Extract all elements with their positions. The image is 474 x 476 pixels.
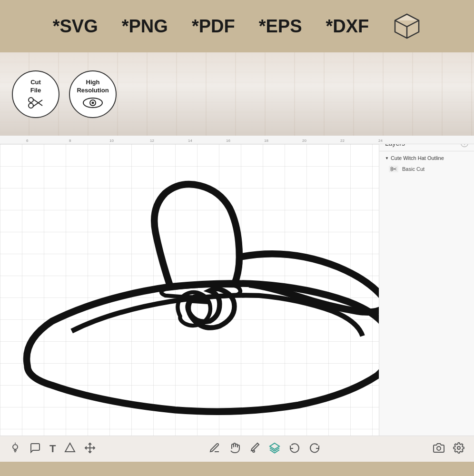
chevron-icon: ▼ (385, 156, 389, 160)
settings-icon[interactable] (453, 442, 464, 456)
svg-point-13 (13, 445, 18, 449)
ruler-tick-14: 14 (188, 139, 192, 143)
ruler-tick-8: 8 (69, 139, 71, 143)
ruler-tick-16: 16 (226, 139, 230, 143)
svg-marker-15 (65, 443, 75, 452)
ruler-tick-22: 22 (340, 139, 345, 143)
high-resolution-badge: HighResolution (69, 70, 117, 118)
3d-box-icon (393, 12, 421, 40)
format-pdf: *PDF (192, 16, 235, 37)
svg-point-9 (391, 167, 393, 169)
layers-icon[interactable] (269, 442, 280, 456)
layer-group: ▼ Cute Witch Hat Outline Basic Cut (379, 151, 474, 178)
svg-point-10 (391, 169, 393, 171)
bottom-toolbar: T (0, 436, 474, 462)
layer-item[interactable]: Basic Cut (385, 164, 468, 174)
ruler: 6 8 10 12 14 16 18 20 22 24 (0, 136, 474, 144)
layer-item-name: Basic Cut (402, 166, 425, 172)
layer-group-name: Cute Witch Hat Outline (391, 155, 444, 161)
bulb-icon[interactable] (10, 442, 21, 456)
format-dxf: *DXF (326, 16, 369, 37)
svg-line-4 (33, 99, 42, 106)
canvas-area: 6 8 10 12 14 16 18 20 22 24 (0, 136, 474, 436)
text-icon[interactable]: T (49, 443, 56, 455)
toolbar-right (433, 442, 464, 456)
layers-panel: Layers i ▼ Cute Witch Hat Outline Ba (379, 136, 474, 436)
ruler-tick-24: 24 (378, 139, 383, 143)
ruler-tick-6: 6 (26, 139, 28, 143)
toolbar-left: T (10, 442, 96, 456)
layer-group-title[interactable]: ▼ Cute Witch Hat Outline (385, 155, 468, 161)
layer-thumbnail (389, 166, 398, 172)
svg-line-5 (33, 100, 42, 107)
svg-point-19 (437, 446, 441, 450)
move-icon[interactable] (84, 442, 96, 456)
witch-hat-illustration (10, 159, 390, 435)
high-resolution-label: HighResolution (77, 79, 109, 95)
format-svg: *SVG (53, 16, 98, 37)
svg-point-20 (457, 446, 460, 449)
drawing-canvas[interactable] (0, 144, 379, 436)
preview-area: CutFile HighResolution (0, 52, 474, 136)
format-png: *PNG (122, 16, 168, 37)
pen-icon[interactable] (209, 442, 220, 456)
ruler-tick-18: 18 (264, 139, 268, 143)
undo-icon[interactable] (289, 442, 300, 456)
layer-item-icon (390, 167, 397, 171)
format-eps: *EPS (259, 16, 302, 37)
hand-icon[interactable] (229, 442, 240, 456)
redo-icon[interactable] (309, 442, 320, 456)
scissors-icon (27, 96, 44, 109)
svg-point-2 (29, 98, 33, 102)
ruler-tick-12: 12 (150, 139, 154, 143)
cut-file-label: CutFile (30, 79, 41, 95)
format-banner: *SVG *PNG *PDF *EPS *DXF (0, 0, 474, 52)
svg-point-8 (92, 102, 94, 104)
svg-point-3 (29, 103, 33, 108)
chat-icon[interactable] (30, 442, 41, 456)
toolbar-center (209, 442, 320, 456)
ruler-tick-10: 10 (109, 139, 114, 143)
brush-icon[interactable] (249, 442, 260, 456)
camera-icon[interactable] (433, 442, 444, 456)
cut-file-badge: CutFile (12, 70, 59, 118)
shape-icon[interactable] (64, 442, 76, 456)
eye-icon (82, 96, 103, 109)
ruler-tick-20: 20 (302, 139, 306, 143)
